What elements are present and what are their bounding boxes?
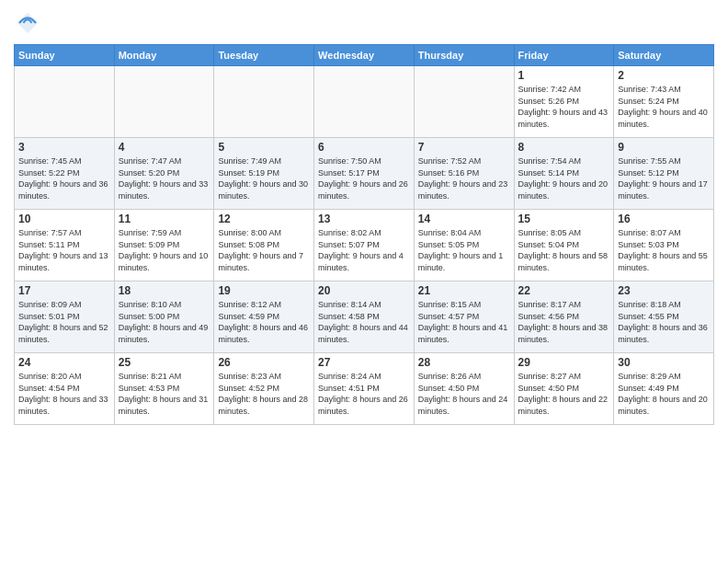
calendar-day-cell: 25Sunrise: 8:21 AM Sunset: 4:53 PM Dayli… — [114, 353, 214, 425]
calendar-day-cell — [414, 66, 514, 138]
calendar-day-cell: 9Sunrise: 7:55 AM Sunset: 5:12 PM Daylig… — [614, 138, 714, 210]
calendar-day-cell: 5Sunrise: 7:49 AM Sunset: 5:19 PM Daylig… — [214, 138, 314, 210]
day-number: 9 — [618, 141, 710, 154]
calendar-table: SundayMondayTuesdayWednesdayThursdayFrid… — [14, 44, 714, 425]
calendar-day-cell: 22Sunrise: 8:17 AM Sunset: 4:56 PM Dayli… — [514, 282, 614, 353]
calendar-day-cell: 23Sunrise: 8:18 AM Sunset: 4:55 PM Dayli… — [614, 282, 714, 353]
day-info: Sunrise: 7:50 AM Sunset: 5:17 PM Dayligh… — [318, 155, 410, 201]
calendar-day-cell: 20Sunrise: 8:14 AM Sunset: 4:58 PM Dayli… — [314, 282, 415, 353]
calendar-day-cell — [15, 66, 115, 138]
day-info: Sunrise: 8:24 AM Sunset: 4:51 PM Dayligh… — [318, 371, 410, 417]
calendar-day-cell: 19Sunrise: 8:12 AM Sunset: 4:59 PM Dayli… — [214, 282, 314, 353]
day-info: Sunrise: 8:27 AM Sunset: 4:50 PM Dayligh… — [518, 371, 610, 417]
calendar-week-row: 17Sunrise: 8:09 AM Sunset: 5:01 PM Dayli… — [15, 282, 714, 353]
calendar-day-cell: 11Sunrise: 7:59 AM Sunset: 5:09 PM Dayli… — [114, 210, 214, 282]
calendar-day-cell — [314, 66, 415, 138]
day-info: Sunrise: 7:47 AM Sunset: 5:20 PM Dayligh… — [119, 155, 210, 201]
calendar-day-cell: 30Sunrise: 8:29 AM Sunset: 4:49 PM Dayli… — [614, 353, 714, 425]
day-info: Sunrise: 8:26 AM Sunset: 4:50 PM Dayligh… — [418, 371, 510, 417]
calendar-day-cell: 16Sunrise: 8:07 AM Sunset: 5:03 PM Dayli… — [614, 210, 714, 282]
calendar-header-row: SundayMondayTuesdayWednesdayThursdayFrid… — [15, 45, 714, 66]
calendar-day-cell: 7Sunrise: 7:52 AM Sunset: 5:16 PM Daylig… — [414, 138, 514, 210]
day-number: 12 — [218, 213, 310, 225]
day-info: Sunrise: 8:17 AM Sunset: 4:56 PM Dayligh… — [518, 299, 610, 345]
logo-icon — [14, 9, 41, 37]
calendar-day-cell: 15Sunrise: 8:05 AM Sunset: 5:04 PM Dayli… — [514, 210, 614, 282]
day-info: Sunrise: 8:18 AM Sunset: 4:55 PM Dayligh… — [618, 299, 710, 345]
day-number: 2 — [618, 69, 710, 82]
calendar-day-cell: 1Sunrise: 7:42 AM Sunset: 5:26 PM Daylig… — [514, 66, 614, 138]
day-info: Sunrise: 7:55 AM Sunset: 5:12 PM Dayligh… — [618, 155, 710, 201]
day-number: 23 — [618, 284, 710, 297]
calendar-day-cell: 2Sunrise: 7:43 AM Sunset: 5:24 PM Daylig… — [614, 66, 714, 138]
day-info: Sunrise: 8:20 AM Sunset: 4:54 PM Dayligh… — [18, 371, 110, 417]
day-info: Sunrise: 7:59 AM Sunset: 5:09 PM Dayligh… — [119, 227, 210, 273]
day-number: 24 — [18, 356, 110, 369]
day-info: Sunrise: 8:10 AM Sunset: 5:00 PM Dayligh… — [119, 299, 210, 345]
day-number: 22 — [518, 284, 610, 297]
day-info: Sunrise: 7:45 AM Sunset: 5:22 PM Dayligh… — [18, 155, 110, 201]
day-info: Sunrise: 8:29 AM Sunset: 4:49 PM Dayligh… — [618, 371, 710, 417]
day-info: Sunrise: 7:42 AM Sunset: 5:26 PM Dayligh… — [518, 84, 610, 130]
calendar-week-row: 3Sunrise: 7:45 AM Sunset: 5:22 PM Daylig… — [15, 138, 714, 210]
calendar-day-cell: 28Sunrise: 8:26 AM Sunset: 4:50 PM Dayli… — [414, 353, 514, 425]
calendar-day-cell: 27Sunrise: 8:24 AM Sunset: 4:51 PM Dayli… — [314, 353, 415, 425]
day-number: 4 — [119, 141, 210, 154]
day-number: 6 — [318, 141, 410, 154]
day-info: Sunrise: 8:14 AM Sunset: 4:58 PM Dayligh… — [318, 299, 410, 345]
calendar-day-cell: 10Sunrise: 7:57 AM Sunset: 5:11 PM Dayli… — [15, 210, 115, 282]
day-number: 30 — [618, 356, 710, 369]
day-info: Sunrise: 8:04 AM Sunset: 5:05 PM Dayligh… — [418, 227, 510, 273]
day-header: Thursday — [414, 45, 514, 66]
day-number: 5 — [218, 141, 310, 154]
day-info: Sunrise: 7:52 AM Sunset: 5:16 PM Dayligh… — [418, 155, 510, 201]
calendar-week-row: 10Sunrise: 7:57 AM Sunset: 5:11 PM Dayli… — [15, 210, 714, 282]
calendar-day-cell: 12Sunrise: 8:00 AM Sunset: 5:08 PM Dayli… — [214, 210, 314, 282]
calendar-day-cell: 18Sunrise: 8:10 AM Sunset: 5:00 PM Dayli… — [114, 282, 214, 353]
day-number: 18 — [119, 284, 210, 297]
day-info: Sunrise: 8:23 AM Sunset: 4:52 PM Dayligh… — [218, 371, 310, 417]
day-info: Sunrise: 8:15 AM Sunset: 4:57 PM Dayligh… — [418, 299, 510, 345]
day-number: 26 — [218, 356, 310, 369]
day-header: Wednesday — [314, 45, 415, 66]
day-info: Sunrise: 7:43 AM Sunset: 5:24 PM Dayligh… — [618, 84, 710, 130]
calendar-day-cell: 8Sunrise: 7:54 AM Sunset: 5:14 PM Daylig… — [514, 138, 614, 210]
day-header: Sunday — [15, 45, 115, 66]
calendar-day-cell: 29Sunrise: 8:27 AM Sunset: 4:50 PM Dayli… — [514, 353, 614, 425]
day-number: 14 — [418, 213, 510, 225]
day-info: Sunrise: 7:54 AM Sunset: 5:14 PM Dayligh… — [518, 155, 610, 201]
day-info: Sunrise: 7:57 AM Sunset: 5:11 PM Dayligh… — [18, 227, 110, 273]
calendar-day-cell — [114, 66, 214, 138]
header — [14, 9, 714, 37]
calendar-day-cell: 6Sunrise: 7:50 AM Sunset: 5:17 PM Daylig… — [314, 138, 415, 210]
day-info: Sunrise: 8:12 AM Sunset: 4:59 PM Dayligh… — [218, 299, 310, 345]
calendar-day-cell: 24Sunrise: 8:20 AM Sunset: 4:54 PM Dayli… — [15, 353, 115, 425]
calendar-day-cell: 26Sunrise: 8:23 AM Sunset: 4:52 PM Dayli… — [214, 353, 314, 425]
day-info: Sunrise: 8:02 AM Sunset: 5:07 PM Dayligh… — [318, 227, 410, 273]
calendar-day-cell: 17Sunrise: 8:09 AM Sunset: 5:01 PM Dayli… — [15, 282, 115, 353]
day-number: 20 — [318, 284, 410, 297]
day-info: Sunrise: 8:00 AM Sunset: 5:08 PM Dayligh… — [218, 227, 310, 273]
day-info: Sunrise: 8:09 AM Sunset: 5:01 PM Dayligh… — [18, 299, 110, 345]
calendar-container: SundayMondayTuesdayWednesdayThursdayFrid… — [0, 0, 728, 563]
day-number: 8 — [518, 141, 610, 154]
calendar-day-cell — [214, 66, 314, 138]
calendar-day-cell: 4Sunrise: 7:47 AM Sunset: 5:20 PM Daylig… — [114, 138, 214, 210]
day-number: 29 — [518, 356, 610, 369]
day-number: 15 — [518, 213, 610, 225]
day-number: 17 — [18, 284, 110, 297]
day-header: Saturday — [614, 45, 714, 66]
day-header: Monday — [114, 45, 214, 66]
day-info: Sunrise: 8:21 AM Sunset: 4:53 PM Dayligh… — [119, 371, 210, 417]
day-number: 25 — [119, 356, 210, 369]
calendar-day-cell: 3Sunrise: 7:45 AM Sunset: 5:22 PM Daylig… — [15, 138, 115, 210]
day-number: 7 — [418, 141, 510, 154]
day-number: 28 — [418, 356, 510, 369]
day-number: 3 — [18, 141, 110, 154]
day-number: 10 — [18, 213, 110, 225]
day-number: 1 — [518, 69, 610, 82]
day-number: 21 — [418, 284, 510, 297]
day-number: 11 — [119, 213, 210, 225]
calendar-day-cell: 13Sunrise: 8:02 AM Sunset: 5:07 PM Dayli… — [314, 210, 415, 282]
logo — [14, 9, 45, 37]
